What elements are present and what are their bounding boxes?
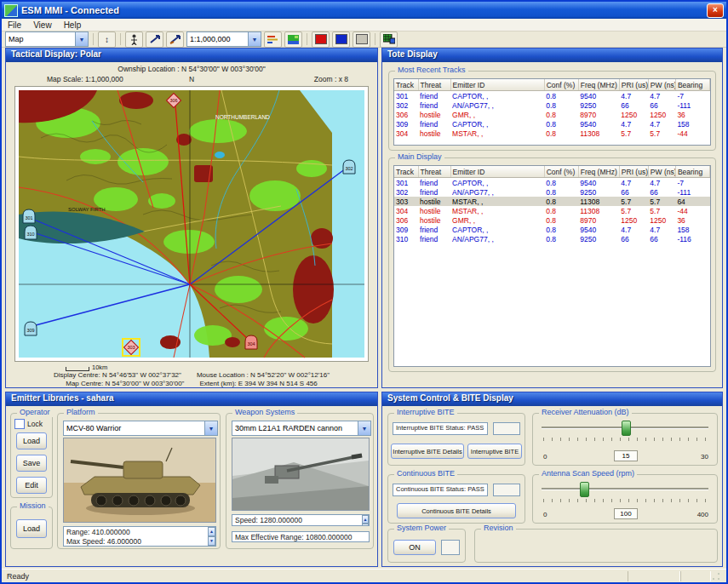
map-canvas[interactable]: SOLWAY FIRTH NORTHUMBERLAND 301310309302… [15, 87, 368, 361]
column-header[interactable]: Bearing [675, 79, 709, 91]
resize-grip[interactable] [711, 571, 721, 581]
chevron-down-icon[interactable]: ▼ [248, 32, 261, 46]
scroll-down-icon[interactable]: ▼ [208, 536, 215, 546]
tactical-map[interactable]: SOLWAY FIRTH NORTHUMBERLAND 301310309302… [14, 86, 369, 362]
track-row[interactable]: 302friendAN/APG77, ,0.892506666-111 [394, 187, 710, 197]
platform-info-scrollbar[interactable]: ▲▼ [208, 527, 215, 546]
platform-combo[interactable]: MCV-80 Warrior ▼ [63, 421, 218, 436]
levels-icon[interactable] [264, 31, 282, 48]
menu-file[interactable]: File [2, 20, 27, 30]
track-marker-310[interactable]: 310 [25, 226, 37, 239]
column-header[interactable]: Threat [418, 166, 450, 178]
column-header[interactable]: Track [394, 166, 418, 178]
track-row[interactable]: 301friendCAPTOR, ,0.895404.74.7-7 [394, 91, 710, 101]
spin-down-icon[interactable]: ▼ [362, 524, 369, 526]
track-row[interactable]: 309friendCAPTOR, ,0.895404.74.7158 [394, 225, 710, 234]
status-text: Ready [7, 572, 29, 581]
track-row[interactable]: 303hostileMSTAR, ,0.8113085.75.764 [394, 197, 710, 206]
chevron-down-icon[interactable]: ▼ [204, 421, 217, 435]
weapon-speed-spinner[interactable]: ▲▼ [362, 515, 369, 525]
operator-load-button[interactable]: Load [16, 432, 47, 449]
weapon-max-range: Max Effective Range: 10800.000000 [235, 533, 352, 541]
column-header[interactable]: Conf (%) [544, 79, 578, 91]
track-marker-301[interactable]: 301 [23, 209, 35, 223]
scan-speed-slider[interactable] [542, 482, 708, 504]
layers-button[interactable] [380, 31, 398, 48]
track-row[interactable]: 302friendAN/APG77, ,0.892506666-111 [394, 100, 710, 110]
tote-display-panel: Tote Display Most Recent Tracks TrackThr… [381, 48, 723, 388]
column-header[interactable]: Freq (MHz) [578, 79, 619, 91]
scale-combo[interactable]: 1:1,000,000 ▼ [186, 31, 261, 47]
column-header[interactable]: Threat [418, 79, 450, 91]
operator-edit-button[interactable]: Edit [16, 477, 47, 494]
layer-combo[interactable]: Map ▼ [5, 31, 89, 47]
track-row[interactable]: 309friendCAPTOR, ,0.895404.74.7158 [394, 119, 710, 129]
power-on-button[interactable]: ON [393, 540, 436, 555]
menu-help[interactable]: Help [58, 20, 88, 30]
column-header[interactable]: Emitter ID [450, 166, 544, 178]
track-plot-icon[interactable] [146, 31, 163, 48]
operator-save-button[interactable]: Save [16, 455, 47, 472]
platform-info-field[interactable]: Range: 410.000000 Max Speed: 46.000000 ▲… [63, 526, 216, 547]
interruptive-details-button[interactable]: Interruptive BITE Details [391, 444, 464, 459]
interruptive-run-button[interactable]: Interruptive BITE [467, 444, 522, 459]
weapon-photo [232, 438, 370, 511]
mission-load-button[interactable]: Load [16, 519, 47, 538]
column-header[interactable]: PW (ns) [648, 166, 675, 178]
track-row[interactable]: 310friendAN/APG77, ,0.892506666-116 [394, 234, 710, 243]
status-cells [628, 571, 711, 581]
column-header[interactable]: PRI (us) [619, 166, 648, 178]
map-centre-label: Map Centre: N 54°30'00" W 003°30'00" [66, 380, 184, 387]
track-marker-309[interactable]: 309 [25, 322, 37, 335]
chevron-down-icon[interactable]: ▼ [358, 421, 370, 435]
column-header[interactable]: PW (ns) [648, 79, 675, 91]
neutral-color-button[interactable] [353, 31, 370, 48]
continuous-details-button[interactable]: Continuous BITE Details [397, 503, 516, 518]
scan-speed-slider-thumb[interactable] [580, 482, 589, 497]
tote-panel-title[interactable]: Tote Display [382, 49, 722, 62]
titlebar[interactable]: ESM MMI - Connected × [2, 2, 726, 19]
spin-up-icon[interactable]: ▲ [362, 515, 369, 524]
region-label: NORTHUMBERLAND [215, 114, 270, 120]
range-adjust-icon[interactable]: ↕ [98, 31, 116, 48]
track-row[interactable]: 304hostileMSTAR, ,0.8113085.75.7-44 [394, 129, 710, 138]
friend-color-button[interactable] [332, 31, 350, 48]
zoom-level-label: Zoom : x 8 [6, 75, 377, 83]
emitter-panel-title[interactable]: Emitter Libraries - sahara [6, 392, 377, 406]
chevron-down-icon[interactable]: ▼ [75, 32, 88, 46]
slider-track[interactable] [542, 488, 708, 490]
column-header[interactable]: Track [394, 79, 418, 91]
main-display-table[interactable]: TrackThreatEmitter IDConf (%)Freq (MHz)P… [393, 165, 711, 367]
weapon-speed-field[interactable]: Speed: 1280.000000 ▲▼ [232, 514, 370, 526]
weapon-speed: Speed: 1280.000000 [235, 516, 302, 524]
operator-icon[interactable] [125, 31, 143, 48]
column-header[interactable]: Freq (MHz) [578, 166, 619, 178]
track-row[interactable]: 306hostileGMR, ,0.889701250125036 [394, 110, 710, 119]
weapon-range-field[interactable]: Max Effective Range: 10800.000000 [232, 531, 370, 542]
attenuation-slider[interactable] [542, 421, 708, 443]
track-row[interactable]: 301friendCAPTOR, ,0.895404.74.7-7 [394, 178, 710, 188]
hostile-color-button[interactable] [312, 31, 330, 48]
weapon-systems-group: Weapon Systems 30mm L21A1 RARDEN cannon … [226, 413, 374, 549]
system-panel-title[interactable]: System Control & BITE Display [382, 392, 722, 406]
scalebar-label: 10km [92, 364, 107, 371]
attenuation-slider-thumb[interactable] [622, 421, 631, 436]
track-row[interactable]: 306hostileGMR, ,0.889701250125036 [394, 215, 710, 225]
close-button[interactable]: × [707, 3, 724, 18]
scroll-up-icon[interactable]: ▲ [208, 527, 215, 536]
lock-checkbox[interactable]: Lock [14, 419, 43, 429]
map-theme-icon[interactable] [284, 31, 302, 48]
recent-tracks-table[interactable]: TrackThreatEmitter IDConf (%)Freq (MHz)P… [393, 78, 711, 146]
svg-text:302: 302 [345, 166, 353, 171]
track-edit-icon[interactable] [166, 31, 184, 48]
column-header[interactable]: Bearing [675, 166, 709, 178]
column-header[interactable]: Conf (%) [544, 166, 578, 178]
track-marker-304[interactable]: 304 [245, 335, 257, 349]
track-marker-302[interactable]: 302 [343, 160, 355, 174]
track-row[interactable]: 304hostileMSTAR, ,0.8113085.75.7-44 [394, 206, 710, 215]
menu-view[interactable]: View [27, 20, 58, 30]
weapon-combo[interactable]: 30mm L21A1 RARDEN cannon ▼ [232, 421, 371, 436]
tactical-panel-title[interactable]: Tactical Display: Polar [6, 49, 377, 62]
column-header[interactable]: Emitter ID [450, 79, 544, 91]
column-header[interactable]: PRI (us) [619, 79, 648, 91]
